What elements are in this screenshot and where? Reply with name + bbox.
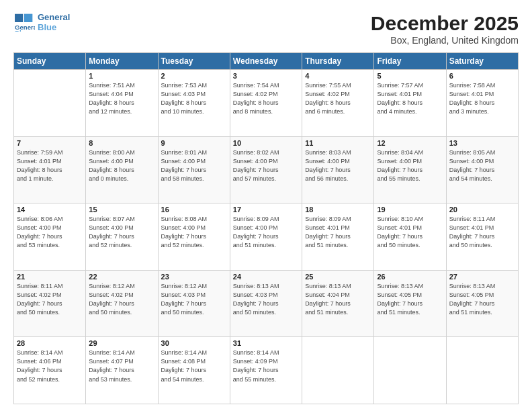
calendar-cell: 21Sunrise: 8:11 AMSunset: 4:02 PMDayligh… xyxy=(14,270,86,337)
calendar-cell: 13Sunrise: 8:05 AMSunset: 4:00 PMDayligh… xyxy=(446,136,518,203)
calendar-cell: 20Sunrise: 8:11 AMSunset: 4:01 PMDayligh… xyxy=(446,203,518,271)
day-info: Sunrise: 8:14 AMSunset: 4:07 PMDaylight:… xyxy=(89,349,154,383)
calendar-cell: 5Sunrise: 7:57 AMSunset: 4:01 PMDaylight… xyxy=(374,70,446,137)
day-info: Sunrise: 8:13 AMSunset: 4:05 PMDaylight:… xyxy=(449,282,515,317)
day-info: Sunrise: 8:01 AMSunset: 4:00 PMDaylight:… xyxy=(161,148,227,183)
calendar-cell: 31Sunrise: 8:14 AMSunset: 4:09 PMDayligh… xyxy=(230,337,302,404)
week-row-5: 28Sunrise: 8:14 AMSunset: 4:06 PMDayligh… xyxy=(14,337,519,404)
calendar-cell: 23Sunrise: 8:12 AMSunset: 4:03 PMDayligh… xyxy=(158,270,230,337)
day-number: 19 xyxy=(377,205,443,214)
day-number: 28 xyxy=(17,339,83,347)
day-number: 3 xyxy=(233,72,299,80)
calendar-cell: 1Sunrise: 7:51 AMSunset: 4:04 PMDaylight… xyxy=(86,70,158,137)
calendar-cell: 10Sunrise: 8:02 AMSunset: 4:00 PMDayligh… xyxy=(230,136,302,203)
day-number: 23 xyxy=(161,273,227,281)
day-number: 31 xyxy=(233,339,299,347)
week-row-1: 1Sunrise: 7:51 AMSunset: 4:04 PMDaylight… xyxy=(14,70,519,137)
calendar-cell: 16Sunrise: 8:08 AMSunset: 4:00 PMDayligh… xyxy=(158,203,230,271)
day-info: Sunrise: 8:13 AMSunset: 4:04 PMDaylight:… xyxy=(305,282,371,317)
day-number: 6 xyxy=(449,72,515,80)
calendar-cell: 11Sunrise: 8:03 AMSunset: 4:00 PMDayligh… xyxy=(302,136,374,203)
day-info: Sunrise: 8:03 AMSunset: 4:00 PMDaylight:… xyxy=(305,148,371,183)
calendar-cell: 24Sunrise: 8:13 AMSunset: 4:03 PMDayligh… xyxy=(230,270,302,337)
day-number: 26 xyxy=(377,273,443,281)
day-number: 30 xyxy=(161,339,227,347)
day-info: Sunrise: 7:53 AMSunset: 4:03 PMDaylight:… xyxy=(161,81,227,116)
calendar-cell: 17Sunrise: 8:09 AMSunset: 4:00 PMDayligh… xyxy=(230,203,302,271)
week-row-2: 7Sunrise: 7:59 AMSunset: 4:01 PMDaylight… xyxy=(14,136,519,203)
day-info: Sunrise: 8:13 AMSunset: 4:03 PMDaylight:… xyxy=(233,282,299,317)
logo: General Blue General Blue xyxy=(13,12,70,32)
day-info: Sunrise: 8:11 AMSunset: 4:01 PMDaylight:… xyxy=(449,215,515,250)
calendar-cell: 12Sunrise: 8:04 AMSunset: 4:00 PMDayligh… xyxy=(374,136,446,203)
day-header-thursday: Thursday xyxy=(302,53,374,70)
day-number: 15 xyxy=(89,205,154,214)
day-info: Sunrise: 7:55 AMSunset: 4:02 PMDaylight:… xyxy=(305,81,371,116)
day-number: 10 xyxy=(233,139,299,147)
svg-text:Blue: Blue xyxy=(15,29,29,32)
day-number: 22 xyxy=(89,273,154,281)
page: General Blue General Blue December 2025 … xyxy=(0,0,532,411)
logo-text: General Blue xyxy=(38,12,70,32)
day-info: Sunrise: 7:58 AMSunset: 4:01 PMDaylight:… xyxy=(449,81,515,116)
day-header-friday: Friday xyxy=(374,53,446,70)
day-info: Sunrise: 8:00 AMSunset: 4:00 PMDaylight:… xyxy=(89,148,154,183)
calendar-table: SundayMondayTuesdayWednesdayThursdayFrid… xyxy=(13,52,519,404)
calendar-cell: 4Sunrise: 7:55 AMSunset: 4:02 PMDaylight… xyxy=(302,70,374,137)
header: General Blue General Blue December 2025 … xyxy=(13,12,519,46)
calendar-cell xyxy=(374,337,446,404)
week-row-4: 21Sunrise: 8:11 AMSunset: 4:02 PMDayligh… xyxy=(14,270,519,337)
week-row-3: 14Sunrise: 8:06 AMSunset: 4:00 PMDayligh… xyxy=(14,203,519,271)
day-number: 11 xyxy=(305,139,371,147)
day-number: 29 xyxy=(89,339,154,347)
calendar-cell: 25Sunrise: 8:13 AMSunset: 4:04 PMDayligh… xyxy=(302,270,374,337)
day-info: Sunrise: 8:09 AMSunset: 4:00 PMDaylight:… xyxy=(233,215,299,250)
day-info: Sunrise: 8:11 AMSunset: 4:02 PMDaylight:… xyxy=(17,282,83,317)
calendar-cell: 2Sunrise: 7:53 AMSunset: 4:03 PMDaylight… xyxy=(158,70,230,137)
day-header-sunday: Sunday xyxy=(14,53,86,70)
calendar-cell: 7Sunrise: 7:59 AMSunset: 4:01 PMDaylight… xyxy=(14,136,86,203)
day-number: 1 xyxy=(89,72,154,80)
day-number: 24 xyxy=(233,273,299,281)
calendar-cell: 14Sunrise: 8:06 AMSunset: 4:00 PMDayligh… xyxy=(14,203,86,271)
calendar-cell: 26Sunrise: 8:13 AMSunset: 4:05 PMDayligh… xyxy=(374,270,446,337)
day-header-saturday: Saturday xyxy=(446,53,518,70)
day-info: Sunrise: 8:04 AMSunset: 4:00 PMDaylight:… xyxy=(377,148,443,183)
day-number: 14 xyxy=(17,205,83,214)
calendar-cell: 8Sunrise: 8:00 AMSunset: 4:00 PMDaylight… xyxy=(86,136,158,203)
day-number: 18 xyxy=(305,205,371,214)
calendar-cell: 9Sunrise: 8:01 AMSunset: 4:00 PMDaylight… xyxy=(158,136,230,203)
day-number: 17 xyxy=(233,205,299,214)
day-number: 27 xyxy=(449,273,515,281)
day-info: Sunrise: 8:14 AMSunset: 4:06 PMDaylight:… xyxy=(17,349,83,383)
day-info: Sunrise: 8:10 AMSunset: 4:01 PMDaylight:… xyxy=(377,215,443,250)
day-number: 2 xyxy=(161,72,227,80)
day-number: 9 xyxy=(161,139,227,147)
location: Box, England, United Kingdom xyxy=(371,35,519,46)
day-info: Sunrise: 8:14 AMSunset: 4:09 PMDaylight:… xyxy=(233,349,299,383)
day-number: 7 xyxy=(17,139,83,147)
day-number: 12 xyxy=(377,139,443,147)
day-header-monday: Monday xyxy=(86,53,158,70)
calendar-cell: 29Sunrise: 8:14 AMSunset: 4:07 PMDayligh… xyxy=(86,337,158,404)
svg-rect-0 xyxy=(15,14,23,22)
day-number: 25 xyxy=(305,273,371,281)
day-header-wednesday: Wednesday xyxy=(230,53,302,70)
month-title: December 2025 xyxy=(371,12,519,35)
calendar-cell: 28Sunrise: 8:14 AMSunset: 4:06 PMDayligh… xyxy=(14,337,86,404)
day-info: Sunrise: 8:06 AMSunset: 4:00 PMDaylight:… xyxy=(17,215,83,250)
calendar-cell: 15Sunrise: 8:07 AMSunset: 4:00 PMDayligh… xyxy=(86,203,158,271)
day-number: 16 xyxy=(161,205,227,214)
calendar-cell xyxy=(446,337,518,404)
day-info: Sunrise: 8:05 AMSunset: 4:00 PMDaylight:… xyxy=(449,148,515,183)
day-info: Sunrise: 7:57 AMSunset: 4:01 PMDaylight:… xyxy=(377,81,443,116)
calendar-cell xyxy=(302,337,374,404)
title-block: December 2025 Box, England, United Kingd… xyxy=(371,12,519,46)
day-info: Sunrise: 8:08 AMSunset: 4:00 PMDaylight:… xyxy=(161,215,227,250)
day-info: Sunrise: 8:02 AMSunset: 4:00 PMDaylight:… xyxy=(233,148,299,183)
day-info: Sunrise: 8:07 AMSunset: 4:00 PMDaylight:… xyxy=(89,215,154,250)
day-number: 21 xyxy=(17,273,83,281)
calendar-cell xyxy=(14,70,86,137)
calendar-cell: 30Sunrise: 8:14 AMSunset: 4:08 PMDayligh… xyxy=(158,337,230,404)
day-number: 8 xyxy=(89,139,154,147)
